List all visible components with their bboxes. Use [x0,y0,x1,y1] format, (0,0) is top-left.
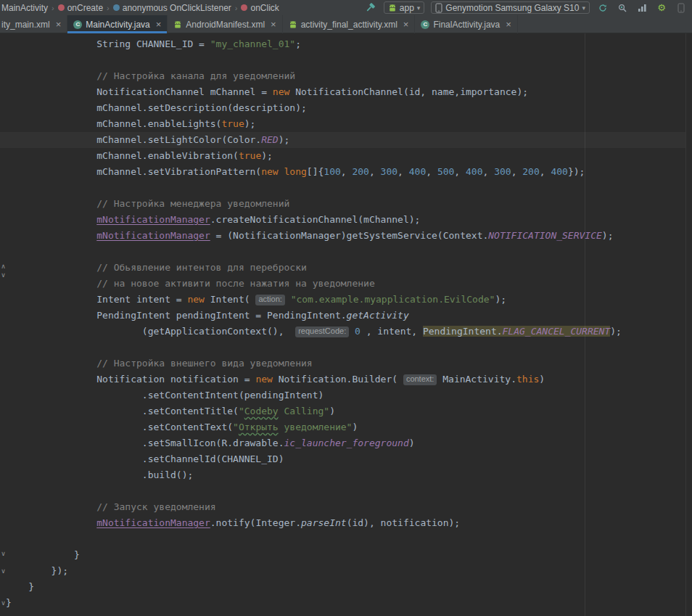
code-token: , [454,166,466,177]
code-line[interactable]: mNotificationManager.createNotificationC… [0,212,692,228]
run-configuration-label: app [400,3,414,13]
code-line[interactable]: Notification notification = new Notifica… [0,371,692,387]
code-line[interactable]: // Обьявление интентов для переброски [0,260,692,276]
sync-icon[interactable] [596,1,609,15]
tab-activity-main-xml[interactable]: ity_main.xml × [0,15,67,33]
code-line[interactable] [0,531,692,547]
code-token: , [398,166,409,177]
code-token: } [6,581,34,592]
code-line[interactable]: }); [0,563,692,579]
code-line[interactable]: (getApplicationContext(), requestCode: 0… [0,324,692,340]
run-configuration-select[interactable]: app ▾ [384,1,425,14]
fold-toggle-icon[interactable]: ∧ [0,263,7,270]
code-line[interactable]: // на новое активити после нажатия на ув… [0,276,692,292]
close-tab-icon[interactable]: × [403,20,409,29]
code-line[interactable] [0,340,692,356]
fold-toggle-icon[interactable]: ∨ [0,271,7,279]
code-line[interactable]: .setContentText("Открыть уведомление") [0,419,692,435]
code-token: (id), notification); [347,517,461,528]
code-line[interactable] [0,180,692,196]
code-token: 300 [494,166,511,177]
code-line[interactable]: // Запуск уведомления [0,499,692,515]
code-token: 400 [466,166,482,177]
code-line[interactable]: NotificationChannel mChannel = new Notif… [0,84,692,100]
code-token: ); [495,294,506,305]
code-line[interactable] [0,244,692,260]
code-area[interactable]: String CHANNEL_ID = "my_channel_01"; // … [0,33,692,611]
device-manager-icon[interactable] [675,1,688,15]
tab-mainactivity-java[interactable]: C MainActivity.java × [67,15,168,33]
code-token: .setContentTitle( [6,406,239,416]
code-line[interactable] [0,52,692,68]
code-token: mChannel.enableLights( [6,118,221,129]
code-token: String CHANNEL_ID = [6,38,210,49]
code-line[interactable]: .setContentIntent(pendingIntent) [0,387,692,403]
close-tab-icon[interactable]: × [56,20,62,29]
breadcrumb-item-class[interactable]: MainActivity [1,3,48,13]
fold-toggle-icon[interactable]: ∨ [0,599,7,607]
code-token: true [239,150,261,161]
code-line[interactable]: } [0,547,692,563]
code-token: 0 [355,326,361,337]
breadcrumb-item-onclick[interactable]: onClick [241,3,279,13]
code-token: NotificationChannel(id, name,importance)… [289,86,528,97]
code-line[interactable]: PendingIntent pendingIntent = PendingInt… [0,308,692,324]
code-token: new [187,294,204,305]
close-tab-icon[interactable]: × [156,20,162,29]
code-line[interactable]: String CHANNEL_ID = "my_channel_01"; [0,36,692,52]
code-line[interactable]: mNotificationManager = (NotificationMana… [0,228,692,244]
code-line[interactable]: mNotificationManager.notify(Integer.pars… [0,515,692,531]
code-line[interactable] [0,483,692,499]
code-line[interactable]: Intent intent = new Intent( action: "com… [0,292,692,308]
code-token: (getApplicationContext(), [6,326,295,337]
java-class-icon: C [421,20,429,29]
method-icon [241,4,247,11]
breadcrumb-item-oncreate[interactable]: onCreate [58,3,103,13]
code-line[interactable]: } [0,579,692,595]
code-token: ; [295,38,301,49]
code-line[interactable]: .setChannelId(CHANNEL_ID) [0,451,692,467]
code-token [6,214,96,225]
attach-debugger-icon[interactable] [616,1,629,15]
code-token [6,278,96,289]
code-line[interactable]: // Настройка канала для уведомлений [0,68,692,84]
close-tab-icon[interactable]: × [506,20,511,29]
scrollbar-track[interactable] [685,33,692,616]
breadcrumb-item-anonymous-class[interactable]: anonymous OnClickListener [113,3,231,13]
code-token: context: [403,374,437,385]
tab-activity-final-acttivity-xml[interactable]: activity_final_acttivity.xml × [283,15,416,33]
build-hammer-icon[interactable] [364,1,377,15]
main-toolbar: MainActivity › onCreate › anonymous OnCl… [0,0,692,15]
code-token: = (NotificationManager)getSystemService(… [210,230,489,241]
sdk-manager-icon[interactable]: ⚙ [655,1,668,15]
code-token: ic_launcher_foreground [284,438,409,448]
code-line[interactable]: mChannel.setVibrationPattern(new long[]{… [0,164,692,180]
code-token: Intent intent = [6,294,187,305]
code-line[interactable]: mChannel.enableLights(true); [0,116,692,132]
code-line[interactable]: .setContentTitle("Codeby Calling") [0,403,692,419]
code-line[interactable]: // Настройка менеджера уведомлений [0,196,692,212]
code-line[interactable]: mChannel.enableVibration(true); [0,148,692,164]
code-token: new [273,86,289,97]
profiler-icon[interactable] [635,1,648,15]
code-token: PendingIntent. [423,326,503,337]
close-tab-icon[interactable]: × [271,20,276,29]
fold-toggle-icon[interactable]: ∨ [0,550,7,557]
code-line[interactable]: .build(); [0,467,692,483]
code-line[interactable]: // Настройка внешнего вида уведомления [0,356,692,371]
code-line[interactable]: mChannel.setDescription(description); [0,100,692,116]
editor: String CHANNEL_ID = "my_channel_01"; // … [0,33,692,616]
breadcrumb-label: onCreate [67,3,103,13]
code-token [6,70,96,81]
device-select[interactable]: Genymotion Samsung Galaxy S10 ▾ [431,1,590,14]
code-line[interactable]: .setSmallIcon(R.drawable.ic_launcher_for… [0,435,692,451]
tab-androidmanifest-xml[interactable]: AndroidManifest.xml × [168,15,282,33]
code-token: 400 [409,166,426,177]
code-token: ) [539,374,545,385]
code-line[interactable]: mChannel.setLightColor(Color.RED); [0,132,692,148]
fold-toggle-icon[interactable]: ∨ [0,567,7,575]
tab-label: MainActivity.java [86,20,149,30]
code-line[interactable]: } [0,595,692,611]
tab-finalacttivity-java[interactable]: C FinalActtivity.java × [415,15,517,33]
breadcrumb-label: MainActivity [1,3,48,13]
